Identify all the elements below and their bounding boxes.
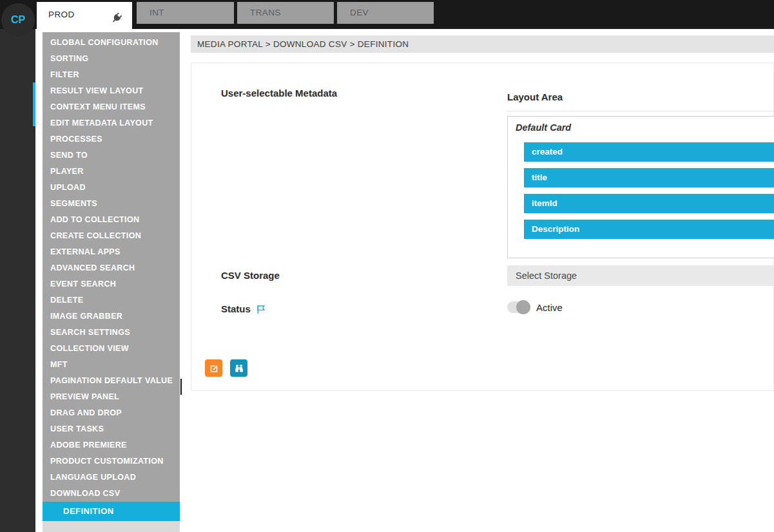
tab-trans[interactable]: TRANS [237, 2, 334, 24]
sidebar-item[interactable]: GLOBAL CONFIGURATION [43, 35, 180, 51]
edit-pencil-icon [209, 363, 219, 374]
status-value: Active [536, 302, 563, 313]
user-selectable-metadata-label: User-selectable Metadata [221, 88, 337, 99]
sidebar-item[interactable]: DOWNLOAD CSV [43, 486, 180, 502]
sidebar-item[interactable]: PROCESSES [43, 131, 180, 147]
sidebar-item[interactable]: USER TASKS [43, 421, 180, 437]
sidebar-item[interactable]: PREVIEW PANEL [43, 389, 180, 405]
tab-int[interactable]: INT [137, 2, 234, 24]
layout-field[interactable]: created [524, 142, 774, 162]
top-environment-bar: PROD INT TRANS DEV [0, 0, 774, 29]
csv-storage-select[interactable]: Select Storage [507, 265, 774, 286]
tab-prod[interactable]: PROD [37, 2, 132, 31]
sidebar-item[interactable]: PLAYER [43, 164, 180, 180]
sidebar-item[interactable]: CONTEXT MENU ITEMS [43, 99, 180, 115]
default-card: Default Card createdtitleitemIdDescripti… [507, 116, 774, 258]
sidebar-item[interactable]: PRODUCT CUSTOMIZATION [43, 453, 180, 470]
plug-icon [110, 9, 123, 35]
sidebar-item[interactable]: SEND TO [43, 147, 180, 164]
sidebar-item[interactable]: DELETE [43, 292, 180, 309]
left-icon-rail [0, 29, 35, 532]
sidebar-item[interactable]: SEARCH SETTINGS [43, 325, 180, 341]
breadcrumb: MEDIA PORTAL > DOWNLOAD CSV > DEFINITION [191, 35, 774, 53]
layout-field[interactable]: itemId [524, 194, 774, 213]
sidebar-item[interactable]: PAGINATION DEFAULT VALUE [43, 373, 180, 389]
binoculars-icon [234, 363, 244, 374]
status-label: Status [221, 303, 251, 314]
layout-area-divider [507, 111, 774, 111]
sidebar-item[interactable]: ADVANCED SEARCH [43, 260, 180, 276]
sidebar-item[interactable]: CREATE COLLECTION [43, 228, 180, 244]
sidebar-item[interactable]: RESULT VIEW LAYOUT [43, 83, 180, 99]
sidebar-item[interactable]: ADOBE PREMIERE [43, 437, 180, 453]
edit-button[interactable] [205, 359, 222, 377]
find-button[interactable] [230, 359, 247, 377]
configuration-sidebar: GLOBAL CONFIGURATIONSORTINGFILTERRESULT … [43, 32, 180, 502]
sidebar-item[interactable]: SEGMENTS [43, 196, 180, 212]
sidebar-item[interactable]: LANGUAGE UPLOAD [43, 470, 180, 486]
active-rail-indicator [33, 82, 35, 126]
sidebar-item[interactable]: EVENT SEARCH [43, 276, 180, 292]
sidebar-item[interactable]: FILTER [43, 67, 180, 83]
tab-prod-label: PROD [48, 10, 75, 19]
layout-field[interactable]: Description [524, 220, 774, 239]
sidebar-scrollbar-thumb[interactable] [180, 379, 182, 395]
avatar[interactable]: CP [1, 3, 35, 37]
status-row: Status [221, 303, 266, 314]
layout-field-list: createdtitleitemIdDescription [524, 142, 774, 245]
sidebar-item[interactable]: ADD TO COLLECTION [43, 212, 180, 228]
sidebar-item[interactable]: UPLOAD [43, 180, 180, 196]
default-card-title: Default Card [516, 122, 571, 133]
sidebar-item[interactable]: EDIT METADATA LAYOUT [43, 115, 180, 131]
tab-dev[interactable]: DEV [337, 2, 434, 24]
flag-icon [256, 304, 266, 314]
status-toggle-knob [516, 300, 530, 314]
sidebar-item[interactable]: DRAG AND DROP [43, 405, 180, 421]
sidebar-item[interactable]: EXTERNAL APPS [43, 244, 180, 260]
csv-storage-label: CSV Storage [221, 270, 280, 281]
layout-field[interactable]: title [524, 168, 774, 187]
sidebar-subitem-definition[interactable]: DEFINITION [43, 502, 180, 521]
sidebar-item[interactable]: MFT [43, 357, 180, 373]
layout-area-label: Layout Area [507, 91, 563, 102]
status-toggle[interactable] [507, 301, 530, 313]
sidebar-item[interactable]: COLLECTION VIEW [43, 341, 180, 357]
sidebar-item[interactable]: IMAGE GRABBER [43, 309, 180, 325]
sidebar-item[interactable]: SORTING [43, 51, 180, 67]
sidebar-submenu-strip [43, 521, 180, 532]
